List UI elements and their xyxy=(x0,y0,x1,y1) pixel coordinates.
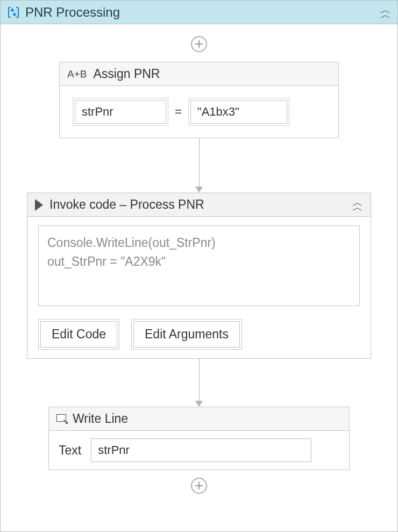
invoke-code-preview[interactable]: Console.WriteLine(out_StrPnr) out_StrPnr… xyxy=(38,225,360,306)
edit-code-button[interactable]: Edit Code xyxy=(40,321,117,347)
writeline-activity[interactable]: ↘ Write Line Text xyxy=(48,407,350,470)
assign-to-input[interactable] xyxy=(75,100,166,124)
invoke-code-activity[interactable]: Invoke code – Process PNR ︿︿ Console.Wri… xyxy=(27,193,371,359)
writeline-text-label: Text xyxy=(59,443,81,458)
sequence-container: PNR Processing ︿︿ A+B Assign PNR = xyxy=(0,0,398,532)
add-activity-bottom-button[interactable] xyxy=(191,478,207,494)
assign-header[interactable]: A+B Assign PNR xyxy=(60,62,338,86)
assign-value-wrapper xyxy=(188,98,289,126)
flow-connector xyxy=(195,359,203,407)
expand-icon[interactable] xyxy=(35,199,43,211)
equals-label: = xyxy=(175,105,182,119)
writeline-body: Text xyxy=(49,431,349,470)
sequence-body: A+B Assign PNR = xyxy=(1,24,397,531)
assign-body: = xyxy=(60,86,338,138)
writeline-icon: ↘ xyxy=(56,414,67,424)
assign-to-wrapper xyxy=(73,98,168,126)
assign-value-input[interactable] xyxy=(190,100,287,124)
add-activity-top-button[interactable] xyxy=(191,36,207,52)
collapse-icon[interactable]: ︿︿ xyxy=(352,200,363,210)
writeline-title: Write Line xyxy=(73,412,128,426)
invoke-body: Console.WriteLine(out_StrPnr) out_StrPnr… xyxy=(27,217,371,358)
invoke-title: Invoke code – Process PNR xyxy=(49,197,352,212)
assign-icon: A+B xyxy=(67,68,87,80)
edit-arguments-button[interactable]: Edit Arguments xyxy=(133,321,240,347)
sequence-icon xyxy=(7,6,20,19)
collapse-icon[interactable]: ︿︿ xyxy=(380,8,391,17)
invoke-header[interactable]: Invoke code – Process PNR ︿︿ xyxy=(27,193,371,217)
sequence-header[interactable]: PNR Processing ︿︿ xyxy=(1,1,397,24)
assign-title: Assign PNR xyxy=(93,67,160,81)
flow-connector xyxy=(195,138,203,193)
writeline-text-input[interactable] xyxy=(91,438,311,462)
sequence-title: PNR Processing xyxy=(25,5,380,20)
assign-activity[interactable]: A+B Assign PNR = xyxy=(59,62,339,138)
writeline-header[interactable]: ↘ Write Line xyxy=(49,407,349,431)
